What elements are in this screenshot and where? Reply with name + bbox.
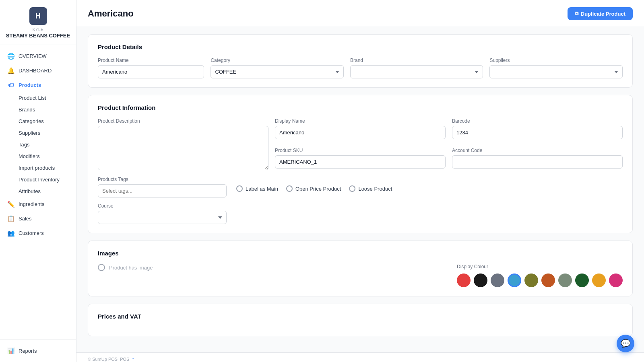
colour-circle-olive[interactable]: [524, 274, 538, 287]
description-label: Product Description: [98, 118, 268, 124]
sidebar-item-label: Ingredients: [19, 201, 44, 207]
sidebar-item-product-inventory[interactable]: Product Inventory: [0, 174, 76, 185]
sidebar-item-suppliers[interactable]: Suppliers: [0, 127, 76, 139]
prices-vat-title: Prices and VAT: [98, 313, 623, 320]
page-title: Americano: [88, 8, 134, 19]
footer-arrow-icon: ↑: [132, 356, 134, 362]
open-price-radio: [286, 185, 293, 192]
sidebar-subitem-label: Modifiers: [19, 153, 40, 159]
sidebar-item-import-products[interactable]: Import products: [0, 162, 76, 174]
logo-initials: H: [35, 12, 41, 21]
sidebar-item-ingredients[interactable]: ✏️ Ingredients: [0, 197, 76, 212]
product-details-card: Product Details Product Name Category CO…: [88, 34, 633, 88]
brand-select[interactable]: [350, 65, 483, 78]
category-select[interactable]: COFFEE: [211, 65, 344, 78]
images-section: Product has image Display Colour: [98, 264, 623, 287]
suppliers-group: Suppliers: [489, 58, 623, 78]
sku-label: Product SKU: [275, 148, 446, 153]
colour-circle-sage[interactable]: [558, 274, 572, 287]
logo-box: H: [29, 7, 47, 25]
sidebar-bottom: 📊 Reports: [0, 339, 76, 362]
sidebar-item-modifiers[interactable]: Modifiers: [0, 150, 76, 162]
display-name-label: Display Name: [275, 118, 446, 124]
product-name-label: Product Name: [98, 58, 204, 63]
image-upload-area[interactable]: Product has image: [98, 264, 153, 271]
category-label: Category: [211, 58, 344, 63]
pencil-icon: ✏️: [7, 201, 14, 208]
sidebar-item-label: Sales: [19, 216, 32, 222]
chat-button[interactable]: 💬: [617, 335, 634, 352]
display-name-input[interactable]: [275, 126, 446, 139]
footer-pos-label: POS: [120, 357, 129, 362]
prices-vat-card: Prices and VAT: [88, 304, 633, 336]
sidebar-subitem-label: Suppliers: [19, 130, 40, 136]
sidebar-item-sales[interactable]: 📋 Sales: [0, 212, 76, 226]
colour-circle-gray[interactable]: [491, 274, 504, 287]
main-header: Americano ⧉ Duplicate Product: [76, 0, 644, 26]
barcode-label: Barcode: [452, 118, 623, 124]
sidebar-item-attributes[interactable]: Attributes: [0, 185, 76, 197]
category-group: Category COFFEE: [211, 58, 344, 78]
has-image-label: Product has image: [109, 265, 153, 271]
description-group: Product Description: [98, 118, 268, 170]
globe-icon: 🌐: [7, 53, 14, 60]
open-price-product-checkbox[interactable]: Open Price Product: [286, 185, 341, 192]
colour-circle-black[interactable]: [474, 274, 487, 287]
colour-circle-dark-green[interactable]: [575, 274, 589, 287]
sidebar-nav: 🌐 OVERVIEW 🔔 DASHBOARD 🏷 Products Produc…: [0, 45, 76, 245]
users-icon: 👥: [7, 230, 14, 237]
label-as-main-checkbox[interactable]: Label as Main: [236, 185, 278, 192]
product-information-title: Product Information: [98, 104, 623, 111]
suppliers-label: Suppliers: [489, 58, 623, 63]
loose-product-checkbox[interactable]: Loose Product: [349, 185, 392, 192]
sidebar-item-reports[interactable]: 📊 Reports: [0, 343, 76, 358]
duplicate-product-button[interactable]: ⧉ Duplicate Product: [568, 7, 633, 20]
loose-product-radio: [349, 185, 355, 192]
course-group: Course: [98, 203, 227, 224]
sidebar-item-label: OVERVIEW: [19, 53, 47, 59]
account-code-input[interactable]: [452, 155, 623, 169]
main-content: Americano ⧉ Duplicate Product Product De…: [76, 0, 644, 362]
brand-group: Brand: [350, 58, 483, 78]
account-code-group: Account Code: [452, 148, 623, 171]
page-footer: © SumUp POS POS ↑: [76, 352, 644, 362]
sidebar-item-dashboard[interactable]: 🔔 DASHBOARD: [0, 64, 76, 78]
has-image-checkbox[interactable]: [98, 264, 105, 271]
dashboard-icon: 🔔: [7, 67, 14, 74]
sidebar-subitem-label: Tags: [19, 142, 29, 148]
colour-circle-orange[interactable]: [541, 274, 555, 287]
product-name-group: Product Name: [98, 58, 204, 78]
sidebar-item-tags[interactable]: Tags: [0, 139, 76, 150]
brand-label: Brand: [350, 58, 483, 63]
barcode-input[interactable]: [452, 126, 623, 139]
sidebar-item-overview[interactable]: 🌐 OVERVIEW: [0, 49, 76, 64]
product-name-input[interactable]: [98, 65, 204, 78]
sidebar-subitem-label: Product Inventory: [19, 177, 60, 183]
sidebar-subitem-label: Categories: [19, 118, 44, 124]
colour-circles: [457, 274, 623, 287]
sku-group: Product SKU: [275, 148, 446, 171]
sidebar-item-brands[interactable]: Brands: [0, 104, 76, 115]
sidebar-item-categories[interactable]: Categories: [0, 115, 76, 127]
content-area: Product Details Product Name Category CO…: [76, 26, 644, 352]
images-title: Images: [98, 250, 623, 257]
display-name-group: Display Name: [275, 118, 446, 141]
colour-circle-red[interactable]: [457, 274, 471, 287]
sidebar-subitem-label: Product List: [19, 95, 46, 101]
colour-circle-pink[interactable]: [609, 274, 623, 287]
colour-circle-blue[interactable]: [508, 274, 521, 287]
sidebar-logo: H KYLE STEAMY BEANS COFFEE: [0, 0, 76, 45]
sidebar-item-product-list[interactable]: Product List: [0, 92, 76, 104]
label-as-main-radio: [236, 185, 243, 192]
course-select[interactable]: [98, 211, 227, 224]
sidebar-item-products[interactable]: 🏷 Products: [0, 78, 76, 92]
label-as-main-text: Label as Main: [246, 186, 278, 192]
list-icon: 📋: [7, 215, 14, 222]
description-textarea[interactable]: [98, 126, 268, 170]
sidebar-shop-name: STEAMY BEANS COFFEE: [6, 33, 70, 39]
sku-input[interactable]: [275, 155, 446, 169]
tags-input[interactable]: [98, 184, 227, 197]
sidebar-item-customers[interactable]: 👥 Customers: [0, 226, 76, 241]
suppliers-select[interactable]: [489, 65, 623, 78]
colour-circle-amber[interactable]: [592, 274, 606, 287]
